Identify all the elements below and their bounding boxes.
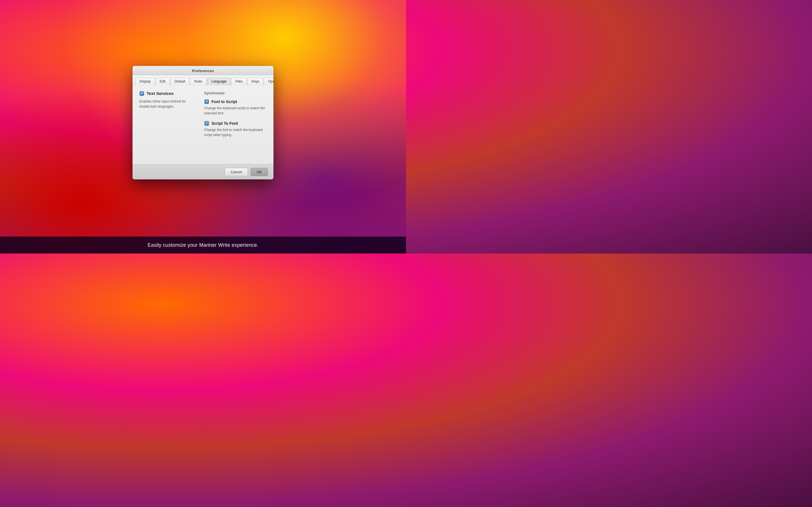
font-to-script-title: Font to Script	[211, 100, 237, 104]
tab-default[interactable]: Default	[170, 78, 190, 86]
ok-button[interactable]: OK	[251, 168, 268, 176]
tab-keys[interactable]: Keys	[248, 78, 264, 86]
content-layout: Text Services Enables Inline input metho…	[139, 91, 267, 143]
tab-files[interactable]: Files	[231, 78, 247, 86]
font-to-script-description: Change the keyboard script to match the …	[204, 106, 267, 116]
script-to-font-header: Script To Font	[204, 121, 267, 126]
dialog-title: Preferences	[192, 69, 214, 73]
font-to-script-checkbox[interactable]	[204, 99, 209, 104]
tab-display[interactable]: Display	[135, 78, 155, 86]
script-to-font-option: Script To Font Change the font to match …	[204, 121, 267, 137]
bottom-bar: Easily customize your Mariner Write expe…	[0, 237, 406, 253]
font-to-script-checkbox-checked[interactable]	[204, 100, 209, 104]
text-services-header: Text Services	[139, 91, 196, 96]
right-panel: Synchronize: Font to Script Change the k…	[204, 91, 267, 143]
tab-open[interactable]: Open	[264, 78, 273, 86]
font-to-script-option: Font to Script Change the keyboard scrip…	[204, 99, 267, 116]
font-to-script-header: Font to Script	[204, 99, 267, 104]
script-to-font-checkbox-checked[interactable]	[204, 121, 209, 126]
tab-ruler[interactable]: Ruler	[190, 78, 207, 86]
synchronize-label: Synchronize:	[204, 91, 267, 95]
script-to-font-title: Script To Font	[211, 121, 238, 126]
tabs-bar: Display Edit Default Ruler Language File…	[133, 75, 273, 86]
dialog-footer: Cancel OK	[133, 164, 273, 179]
script-to-font-description: Change the font to match the keyboard sc…	[204, 127, 267, 137]
preferences-dialog: Preferences Display Edit Default Ruler L…	[133, 66, 273, 179]
text-services-checkbox-checked[interactable]	[140, 91, 144, 96]
cancel-button[interactable]: Cancel	[225, 168, 248, 176]
tab-language[interactable]: Language	[207, 78, 231, 86]
bottom-bar-text: Easily customize your Mariner Write expe…	[147, 242, 258, 248]
text-services-description: Enables Inline input method for double b…	[139, 99, 196, 109]
script-to-font-checkbox[interactable]	[204, 121, 209, 126]
left-panel: Text Services Enables Inline input metho…	[139, 91, 196, 143]
dialog-content: Text Services Enables Inline input metho…	[133, 86, 273, 164]
text-services-title: Text Services	[147, 91, 174, 96]
tab-edit[interactable]: Edit	[155, 78, 170, 86]
text-services-checkbox[interactable]	[139, 91, 144, 96]
dialog-titlebar: Preferences	[133, 66, 273, 75]
